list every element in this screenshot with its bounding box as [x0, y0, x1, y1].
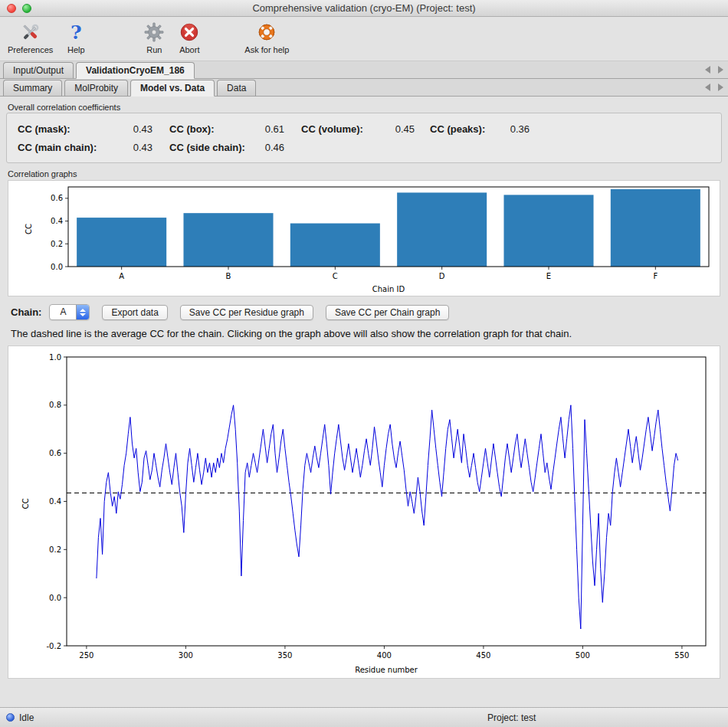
run-button[interactable]: Run	[142, 20, 166, 54]
cc-mask-label: CC (mask):	[18, 123, 71, 135]
chain-select[interactable]: A	[49, 304, 90, 320]
cc-per-residue-line-chart: 250300350400450500550-0.20.00.20.40.60.8…	[8, 346, 718, 678]
chain-label: Chain:	[11, 306, 41, 318]
svg-text:550: 550	[674, 651, 689, 660]
svg-text:F: F	[653, 272, 657, 280]
close-button[interactable]	[7, 4, 16, 13]
svg-text:0.4: 0.4	[49, 497, 61, 506]
svg-text:0.4: 0.4	[51, 217, 63, 225]
svg-text:E: E	[546, 272, 551, 280]
svg-text:250: 250	[79, 651, 93, 660]
cc-box-value: 0.61	[254, 123, 284, 135]
svg-text:0.2: 0.2	[49, 545, 61, 554]
save-cc-per-chain-button[interactable]: Save CC per Chain graph	[326, 305, 449, 320]
overall-section-title: Overall correlation coefficients	[8, 103, 728, 112]
tab-scroll-right-icon[interactable]	[718, 66, 723, 74]
cc-main-chain-value: 0.43	[122, 142, 152, 153]
svg-text:B: B	[226, 272, 231, 280]
svg-text:450: 450	[476, 651, 490, 660]
overall-cc-groupbox: CC (mask): 0.43 CC (box): 0.61 CC (volum…	[6, 113, 722, 163]
svg-text:1.0: 1.0	[49, 353, 61, 362]
zoom-button[interactable]	[22, 4, 31, 13]
outer-tab-bar: Input/Output ValidationCryoEM_186	[0, 61, 728, 79]
cc-peaks-label: CC (peaks):	[430, 123, 485, 135]
cc-main-chain: CC (main chain): 0.43	[18, 142, 152, 153]
graphs-section-title: Correlation graphs	[8, 169, 728, 178]
status-dot-icon	[6, 713, 15, 722]
svg-text:0.0: 0.0	[49, 594, 61, 602]
svg-text:Residue number: Residue number	[355, 666, 418, 674]
cc-volume-value: 0.45	[384, 123, 415, 135]
cc-main-chain-label: CC (main chain):	[18, 142, 97, 153]
svg-text:Chain ID: Chain ID	[372, 285, 405, 293]
tab-validationcryoem-186[interactable]: ValidationCryoEM_186	[76, 62, 195, 79]
gear-icon	[142, 20, 166, 44]
tab-data[interactable]: Data	[217, 80, 256, 97]
svg-text:C: C	[333, 272, 338, 280]
ask-for-help-button[interactable]: Ask for help	[244, 20, 289, 54]
svg-text:400: 400	[377, 651, 392, 660]
svg-text:CC: CC	[25, 224, 33, 234]
life-ring-icon	[254, 20, 279, 44]
cc-side-chain-value: 0.46	[254, 142, 284, 153]
cc-side-chain: CC (side chain): 0.46	[169, 142, 284, 153]
tab-molprobity[interactable]: MolProbity	[64, 80, 128, 97]
status-state: Idle	[19, 712, 34, 723]
cc-box: CC (box): 0.61	[169, 123, 284, 135]
svg-text:500: 500	[576, 651, 590, 660]
status-project: Project: test	[487, 712, 536, 723]
tab-scroll-left-icon[interactable]	[705, 66, 710, 74]
cc-per-residue-chart-panel: 250300350400450500550-0.20.00.20.40.60.8…	[8, 345, 720, 679]
help-button[interactable]: ? Help	[64, 20, 88, 54]
cc-volume-label: CC (volume):	[301, 123, 363, 135]
cc-mask-value: 0.43	[122, 123, 152, 135]
toolbar: Preferences ? Help	[0, 17, 728, 61]
title-bar: Comprehensive validation (cryo-EM) (Proj…	[0, 0, 728, 17]
cc-per-chain-bar-chart[interactable]: ABCDEF0.00.20.40.6Chain IDCC	[8, 181, 718, 296]
tab-input-output[interactable]: Input/Output	[3, 62, 74, 79]
cc-row-1: CC (mask): 0.43 CC (box): 0.61 CC (volum…	[18, 123, 710, 135]
dashed-line-note: The dashed line is the average CC for th…	[11, 328, 717, 339]
chain-controls: Chain: A Export data Save CC per Residue…	[11, 304, 728, 320]
window-controls	[7, 4, 31, 13]
tab-summary[interactable]: Summary	[3, 80, 62, 97]
chain-select-value: A	[50, 305, 76, 319]
window-title: Comprehensive validation (cryo-EM) (Proj…	[0, 2, 728, 14]
svg-text:0.8: 0.8	[49, 401, 61, 409]
cc-box-label: CC (box):	[169, 123, 215, 135]
svg-text:A: A	[119, 272, 124, 280]
abort-label: Abort	[179, 45, 199, 54]
cc-peaks: CC (peaks): 0.36	[430, 123, 530, 135]
tab-scroll-right-icon[interactable]	[718, 84, 723, 91]
cc-row-2: CC (main chain): 0.43 CC (side chain): 0…	[18, 142, 710, 153]
preferences-button[interactable]: Preferences	[8, 20, 53, 54]
svg-text:0.6: 0.6	[49, 449, 61, 457]
preferences-label: Preferences	[8, 45, 53, 54]
svg-text:350: 350	[277, 651, 292, 660]
abort-icon	[177, 20, 202, 44]
svg-text:D: D	[439, 272, 445, 280]
inner-tab-bar: Summary MolProbity Model vs. Data Data	[0, 79, 728, 97]
abort-button[interactable]: Abort	[177, 20, 202, 54]
tools-icon	[18, 20, 43, 44]
combo-stepper-icon	[76, 305, 89, 319]
cc-per-chain-chart-panel: ABCDEF0.00.20.40.6Chain IDCC	[8, 180, 720, 296]
svg-text:0.6: 0.6	[51, 194, 63, 202]
svg-text:0.0: 0.0	[51, 263, 63, 271]
status-bar: Idle Project: test	[0, 707, 728, 727]
tab-scroll-left-icon[interactable]	[705, 84, 710, 91]
export-data-button[interactable]: Export data	[102, 305, 167, 320]
cc-side-chain-label: CC (side chain):	[169, 142, 245, 153]
cc-peaks-value: 0.36	[499, 123, 530, 135]
ask-for-help-label: Ask for help	[244, 45, 289, 54]
cc-volume: CC (volume): 0.45	[301, 123, 415, 135]
save-cc-per-residue-button[interactable]: Save CC per Residue graph	[180, 305, 313, 320]
svg-text:CC: CC	[21, 499, 30, 509]
run-label: Run	[146, 45, 162, 54]
svg-text:300: 300	[179, 651, 193, 660]
svg-text:-0.2: -0.2	[46, 642, 61, 650]
tab-model-vs-data[interactable]: Model vs. Data	[130, 80, 215, 97]
help-icon: ?	[64, 20, 88, 44]
cc-mask: CC (mask): 0.43	[18, 123, 152, 135]
help-label: Help	[67, 45, 85, 54]
